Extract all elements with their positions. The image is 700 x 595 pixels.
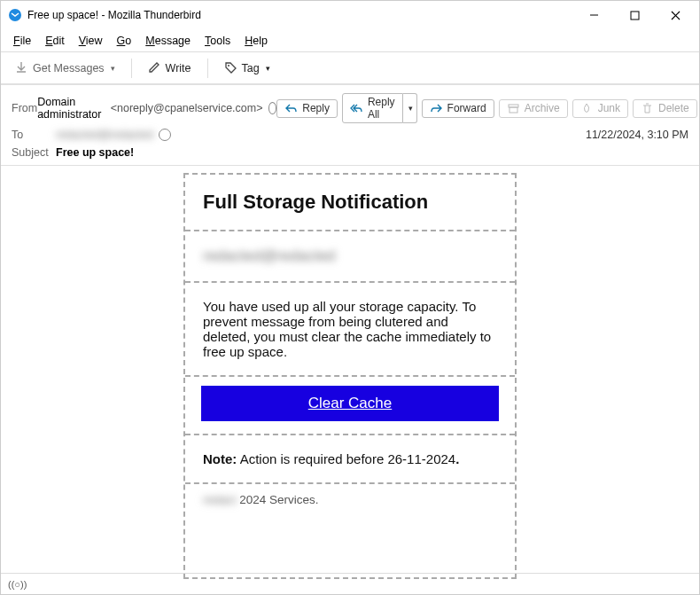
chevron-down-icon: ▾ <box>266 64 270 73</box>
from-email: <noreply@cpanelservice.com> <box>111 102 263 114</box>
card-recipient-section: redacted@redacted <box>185 231 515 283</box>
to-label: To <box>12 129 56 141</box>
download-icon <box>15 61 28 74</box>
card-title-section: Full Storage Notification <box>185 175 515 231</box>
menu-tools[interactable]: Tools <box>198 32 237 50</box>
chevron-down-icon: ▾ <box>408 104 413 113</box>
menu-view[interactable]: View <box>72 32 110 50</box>
note-label: Note: <box>203 451 237 466</box>
from-value[interactable]: Domain administrator <noreply@cpanelserv… <box>37 96 276 121</box>
close-button[interactable] <box>655 1 696 29</box>
flame-icon <box>580 102 594 115</box>
svg-rect-2 <box>631 12 639 20</box>
reply-icon <box>284 102 298 115</box>
online-icon[interactable]: ((○)) <box>8 579 27 590</box>
note-text: Action is required before 26-11-2024 <box>237 451 455 466</box>
menu-file[interactable]: File <box>6 32 38 50</box>
menu-bar: File Edit View Go Message Tools Help <box>1 29 699 52</box>
archive-icon <box>507 102 520 115</box>
header-actions: Reply Reply All▾ Forward Archive Junk De… <box>276 93 700 123</box>
tag-button[interactable]: Tag ▾ <box>219 58 276 78</box>
message-body: Full Storage Notification redacted@redac… <box>1 166 699 579</box>
title-bar: Free up space! - Mozilla Thunderbird <box>1 1 699 29</box>
menu-help[interactable]: Help <box>237 32 275 50</box>
reply-all-button[interactable]: Reply All <box>342 93 403 123</box>
contact-icon[interactable] <box>268 102 277 114</box>
menu-message[interactable]: Message <box>138 32 198 50</box>
card-note-section: Note: Action is required before 26-11-20… <box>185 435 515 484</box>
svg-point-5 <box>228 65 229 67</box>
pencil-icon <box>148 61 161 74</box>
get-messages-label: Get Messages <box>33 62 105 74</box>
minimize-button[interactable] <box>573 1 614 29</box>
reply-button[interactable]: Reply <box>276 99 338 118</box>
clear-cache-button[interactable]: Clear Cache <box>201 386 499 421</box>
forward-button[interactable]: Forward <box>422 99 494 118</box>
reply-all-dropdown[interactable]: ▾ <box>403 93 417 123</box>
junk-button[interactable]: Junk <box>572 99 628 118</box>
trash-icon <box>641 102 654 115</box>
toolbar: Get Messages ▾ Write Tag ▾ <box>1 52 699 84</box>
reply-all-icon <box>350 102 363 115</box>
status-bar: ((○)) <box>1 573 699 594</box>
svg-rect-7 <box>509 107 517 113</box>
write-label: Write <box>166 62 191 74</box>
message-headers: From Domain administrator <noreply@cpane… <box>1 84 699 166</box>
maximize-button[interactable] <box>614 1 655 29</box>
svg-point-0 <box>9 9 21 21</box>
tag-label: Tag <box>242 62 260 74</box>
chevron-down-icon: ▾ <box>111 64 115 73</box>
write-button[interactable]: Write <box>143 58 197 78</box>
card-title: Full Storage Notification <box>203 191 497 214</box>
separator <box>131 59 132 78</box>
tag-icon <box>224 61 237 74</box>
notification-card: Full Storage Notification redacted@redac… <box>183 173 517 579</box>
card-footer-section: redact 2024 Services. <box>185 484 515 515</box>
message-date: 11/22/2024, 3:10 PM <box>586 129 688 141</box>
subject-value: Free up space! <box>56 146 134 159</box>
subject-label: Subject <box>12 146 56 159</box>
archive-button[interactable]: Archive <box>499 99 568 118</box>
menu-go[interactable]: Go <box>110 32 139 50</box>
get-messages-button[interactable]: Get Messages ▾ <box>10 58 121 78</box>
recipient-text: redacted@redacted <box>203 247 336 264</box>
card-button-section: Clear Cache <box>185 377 515 435</box>
thunderbird-icon <box>8 8 22 22</box>
contact-icon[interactable] <box>159 129 171 141</box>
separator <box>207 59 208 78</box>
to-value[interactable]: redacted@redacted <box>56 129 171 141</box>
menu-edit[interactable]: Edit <box>38 32 72 50</box>
from-label: From <box>12 102 37 114</box>
window-title: Free up space! - Mozilla Thunderbird <box>27 9 573 21</box>
from-name: Domain administrator <box>37 96 105 121</box>
forward-icon <box>430 102 443 115</box>
delete-button[interactable]: Delete <box>633 99 697 118</box>
body-text: You have used up all your storage capaci… <box>203 299 491 359</box>
card-body-section: You have used up all your storage capaci… <box>185 283 515 377</box>
